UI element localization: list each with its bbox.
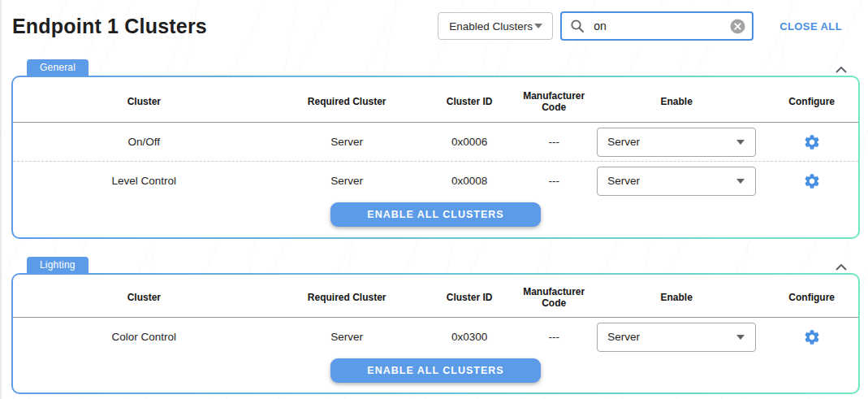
configure-button[interactable] bbox=[803, 172, 821, 190]
table-header-row: Cluster Required Cluster Cluster ID Manu… bbox=[13, 275, 858, 318]
cell-cluster: Level Control bbox=[13, 175, 275, 187]
cell-manufacturer-code: --- bbox=[520, 331, 588, 343]
collapse-button[interactable] bbox=[836, 264, 847, 274]
section-tab-row: General bbox=[11, 60, 860, 76]
caret-down-icon bbox=[736, 140, 745, 145]
section-tab: General bbox=[27, 59, 89, 76]
chevron-up-icon bbox=[836, 67, 847, 73]
table-row: Level Control Server 0x0008 --- Server bbox=[13, 161, 858, 200]
search-input[interactable] bbox=[592, 19, 730, 33]
header-manufacturer-code: Manufacturer Code bbox=[520, 286, 588, 309]
filter-value: Enabled Clusters bbox=[449, 20, 533, 33]
table-row: On/Off Server 0x0006 --- Server bbox=[13, 123, 858, 161]
header-enable: Enable bbox=[588, 292, 766, 303]
enable-all-clusters-button[interactable]: ENABLE ALL CLUSTERS bbox=[330, 358, 540, 383]
collapse-button[interactable] bbox=[836, 67, 847, 76]
enable-all-clusters-button[interactable]: ENABLE ALL CLUSTERS bbox=[330, 202, 540, 227]
header-cluster-id: Cluster ID bbox=[419, 96, 520, 107]
header-required-cluster: Required Cluster bbox=[275, 96, 419, 107]
enable-value: Server bbox=[607, 136, 640, 148]
header-enable: Enable bbox=[588, 96, 766, 107]
enable-select[interactable]: Server bbox=[597, 167, 756, 196]
caret-down-icon bbox=[736, 179, 745, 184]
header-cluster-id: Cluster ID bbox=[419, 292, 520, 303]
section-lighting: Lighting Cluster Required Cluster Cluste… bbox=[11, 258, 860, 394]
configure-button[interactable] bbox=[803, 133, 821, 151]
close-all-button[interactable]: CLOSE ALL bbox=[775, 20, 847, 33]
clusters-panel: Cluster Required Cluster Cluster ID Manu… bbox=[11, 76, 860, 239]
enable-value: Server bbox=[607, 331, 640, 343]
cell-cluster-id: 0x0006 bbox=[419, 136, 520, 148]
header-configure: Configure bbox=[765, 292, 858, 303]
cell-cluster: On/Off bbox=[13, 136, 275, 148]
caret-down-icon bbox=[534, 24, 542, 28]
table-header-row: Cluster Required Cluster Cluster ID Manu… bbox=[13, 77, 858, 123]
caret-down-icon bbox=[736, 335, 745, 340]
cell-manufacturer-code: --- bbox=[520, 175, 588, 187]
gear-icon bbox=[803, 133, 821, 151]
header-cluster: Cluster bbox=[13, 96, 275, 107]
cell-cluster: Color Control bbox=[13, 331, 275, 343]
enable-select[interactable]: Server bbox=[597, 128, 756, 157]
table-row: Color Control Server 0x0300 --- Server bbox=[13, 318, 858, 356]
cell-cluster-id: 0x0008 bbox=[419, 175, 520, 187]
cell-required-cluster: Server bbox=[275, 175, 419, 187]
page-title: Endpoint 1 Clusters bbox=[12, 15, 207, 38]
enabled-clusters-filter[interactable]: Enabled Clusters bbox=[438, 12, 553, 40]
enable-select[interactable]: Server bbox=[597, 323, 756, 352]
toolbar: Enabled Clusters CLOSE ALL bbox=[438, 11, 847, 41]
header-required-cluster: Required Cluster bbox=[275, 292, 419, 303]
cell-manufacturer-code: --- bbox=[520, 136, 588, 148]
header-cluster: Cluster bbox=[13, 292, 275, 303]
search-box[interactable] bbox=[560, 11, 754, 41]
page-header: Endpoint 1 Clusters Enabled Clusters CLO… bbox=[0, 0, 868, 52]
header-manufacturer-code: Manufacturer Code bbox=[520, 90, 588, 113]
cell-required-cluster: Server bbox=[275, 136, 419, 148]
section-general: General Cluster Required Cluster Cluster… bbox=[11, 60, 860, 239]
section-tab-row: Lighting bbox=[11, 258, 860, 274]
enable-value: Server bbox=[607, 175, 640, 187]
gear-icon bbox=[803, 328, 821, 346]
chevron-up-icon bbox=[836, 264, 847, 271]
header-configure: Configure bbox=[765, 96, 858, 107]
clear-search-button[interactable] bbox=[730, 19, 745, 34]
search-icon bbox=[570, 19, 585, 33]
section-tab: Lighting bbox=[27, 257, 89, 274]
clusters-panel: Cluster Required Cluster Cluster ID Manu… bbox=[11, 273, 860, 394]
gear-icon bbox=[803, 172, 821, 190]
clear-icon bbox=[730, 19, 745, 34]
cell-required-cluster: Server bbox=[275, 331, 419, 343]
cell-cluster-id: 0x0300 bbox=[419, 331, 520, 343]
configure-button[interactable] bbox=[803, 328, 821, 346]
